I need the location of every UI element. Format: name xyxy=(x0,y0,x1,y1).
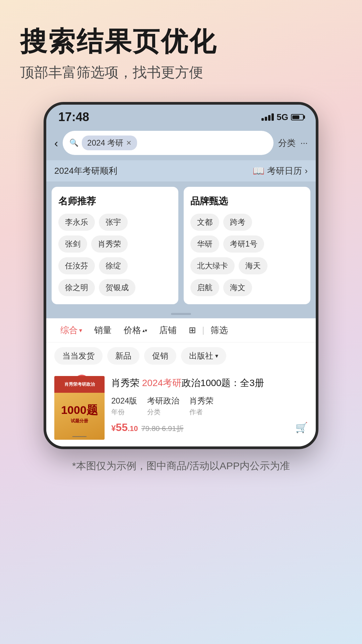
filter-tag-wendu[interactable]: 文都 xyxy=(190,214,219,231)
filter-tag-beida[interactable]: 北大绿卡 xyxy=(190,257,235,274)
filter-tag-xuzhan[interactable]: 徐绽 xyxy=(99,257,128,274)
meta-year: 2024版 年份 xyxy=(111,395,137,417)
sub-title: 顶部丰富筛选项，找书更方便 xyxy=(20,63,342,82)
search-icon: 🔍 xyxy=(69,139,78,147)
header-area: 搜索结果页优化 顶部丰富筛选项，找书更方便 xyxy=(0,0,362,95)
filter-tag-zhangjian[interactable]: 张剑 xyxy=(58,235,87,253)
quick-tag-new-text: 新品 xyxy=(115,351,131,361)
brand-tags: 文都 跨考 华研 考研1号 北大绿卡 海天 启航 海文 xyxy=(190,214,304,296)
quick-tag-publisher-arrow-icon: ▾ xyxy=(215,352,218,360)
book-top-text: 肖秀荣考研政治 xyxy=(64,381,95,387)
sort-item-price[interactable]: 价格 ▴▾ xyxy=(118,324,153,336)
product-title-rest: 政治1000题：全3册 xyxy=(182,378,264,388)
sort-item-shop[interactable]: 店铺 xyxy=(153,324,183,336)
meta-category: 考研政治 分类 xyxy=(147,395,179,417)
status-time: 17:48 xyxy=(58,110,89,124)
phone-container: 17:48 5G ‹ 🔍 xyxy=(0,102,362,449)
price-cart-row: ¥55.10 79.80 6.91折 🛒 xyxy=(111,421,308,434)
more-button[interactable]: ··· xyxy=(300,138,308,148)
book-subtitle-text: 试题分册 xyxy=(71,418,88,424)
filter-cards-area: 名师推荐 李永乐 张宇 张剑 肖秀荣 任汝芬 徐绽 徐之明 xyxy=(46,181,316,310)
quick-tag-new[interactable]: 新品 xyxy=(107,347,139,365)
filter-tag-liyongle[interactable]: 李永乐 xyxy=(58,214,95,231)
classify-button[interactable]: 分类 xyxy=(278,137,296,149)
filter-row: 启航 海文 xyxy=(190,279,304,296)
meta-author-label: 作者 xyxy=(189,408,214,417)
filter-tag-renrufen[interactable]: 任汝芬 xyxy=(58,257,95,274)
grid-icon: ⊞ xyxy=(189,325,196,335)
quick-tag-publisher[interactable]: 出版社 ▾ xyxy=(181,347,226,365)
quick-tag-dandang-text: 当当发货 xyxy=(62,351,95,361)
filter-row: 张剑 肖秀荣 xyxy=(58,235,172,253)
sort-divider: | xyxy=(202,325,204,335)
sort-item-grid[interactable]: ⊞ xyxy=(183,325,202,335)
footer-note-text: *本图仅为示例，图中商品/活动以APP内公示为准 xyxy=(72,460,290,471)
meta-author-value: 肖秀荣 xyxy=(189,395,214,406)
famous-teacher-card: 名师推荐 李永乐 张宇 张剑 肖秀荣 任汝芬 徐绽 徐之明 xyxy=(52,187,178,304)
sort-arrow-icon: ▾ xyxy=(79,327,82,334)
famous-teacher-title: 名师推荐 xyxy=(58,195,172,208)
filter-tag-haitian[interactable]: 海天 xyxy=(239,257,267,274)
sort-label-sales: 销量 xyxy=(94,324,112,336)
filter-row: 华研 考研1号 xyxy=(190,235,304,253)
sort-item-comprehensive[interactable]: 综合 ▾ xyxy=(54,324,88,336)
filter-tag-huayan[interactable]: 华研 xyxy=(190,235,219,253)
price-integer: 55 xyxy=(116,421,128,433)
product-item[interactable]: 当当 肖秀荣考研政治 1000题 试题分册 ━━━━━━━ 肖秀荣 2024考研… xyxy=(46,369,316,446)
banner-right[interactable]: 📖 考研日历 › xyxy=(253,165,308,177)
footer-note: *本图仅为示例，图中商品/活动以APP内公示为准 xyxy=(0,449,362,483)
price-row: ¥55.10 79.80 6.91折 xyxy=(111,421,184,434)
book-bottom-text: ━━━━━━━ xyxy=(54,433,105,440)
search-area: ‹ 🔍 2024 考研 ✕ 分类 ··· xyxy=(46,127,316,160)
filter-row: 徐之明 贺银成 xyxy=(58,279,172,296)
brand-card: 品牌甄选 文都 跨考 华研 考研1号 北大绿卡 海天 启航 xyxy=(184,187,310,304)
filter-tag-xuzhiming[interactable]: 徐之明 xyxy=(58,279,95,296)
filter-tag-qihang[interactable]: 启航 xyxy=(190,279,219,296)
filter-row: 李永乐 张宇 xyxy=(58,214,172,231)
filter-btn[interactable]: 筛选 xyxy=(204,324,234,336)
sort-label-shop: 店铺 xyxy=(159,324,177,336)
add-to-cart-button[interactable]: 🛒 xyxy=(295,422,308,433)
sort-label-price: 价格 xyxy=(124,324,141,336)
book-number-text: 1000题 xyxy=(61,402,98,418)
quick-tag-dandang[interactable]: 当当发货 xyxy=(54,347,103,365)
phone-mockup: 17:48 5G ‹ 🔍 xyxy=(44,102,318,449)
filter-tag-kuakao[interactable]: 跨考 xyxy=(223,214,252,231)
filter-row: 任汝芬 徐绽 xyxy=(58,257,172,274)
product-image-container: 当当 肖秀荣考研政治 1000题 试题分册 ━━━━━━━ xyxy=(54,376,105,440)
sort-price-arrow-icon: ▴▾ xyxy=(142,328,147,333)
filter-tag-heyincheng[interactable]: 贺银成 xyxy=(99,279,135,296)
search-tag-close-icon[interactable]: ✕ xyxy=(126,139,132,147)
battery-icon xyxy=(291,114,304,120)
price-decimal: .10 xyxy=(128,424,138,433)
price-main: ¥55.10 xyxy=(111,421,138,434)
filter-row: 文都 跨考 xyxy=(190,214,304,231)
quick-filters-bar: 当当发货 新品 促销 出版社 ▾ xyxy=(46,342,316,369)
product-info: 肖秀荣 2024考研政治1000题：全3册 2024版 年份 考研政治 分类 肖… xyxy=(111,376,308,434)
filter-tag-zhangyu[interactable]: 张宇 xyxy=(99,214,128,231)
search-tag-text: 2024 考研 xyxy=(87,138,123,148)
book-icon: 📖 xyxy=(253,165,264,176)
scroll-indicator xyxy=(46,310,316,318)
brand-title: 品牌甄选 xyxy=(190,195,304,208)
status-icons: 5G xyxy=(261,112,304,122)
meta-year-value: 2024版 xyxy=(111,395,137,406)
filter-tag-haiwen[interactable]: 海文 xyxy=(223,279,252,296)
famous-teacher-tags: 李永乐 张宇 张剑 肖秀荣 任汝芬 徐绽 徐之明 贺银成 xyxy=(58,214,172,296)
filter-tag-kaoyanhao[interactable]: 考研1号 xyxy=(223,235,264,253)
quick-tag-promo-text: 促销 xyxy=(152,351,168,361)
filter-tag-xiaoxurong[interactable]: 肖秀荣 xyxy=(91,235,128,253)
product-meta: 2024版 年份 考研政治 分类 肖秀荣 作者 xyxy=(111,395,308,417)
banner-left-text: 2024年考研顺利 xyxy=(54,165,117,177)
sort-item-sales[interactable]: 销量 xyxy=(88,324,118,336)
quick-tag-promo[interactable]: 促销 xyxy=(144,347,176,365)
back-button[interactable]: ‹ xyxy=(54,137,58,150)
status-bar: 17:48 5G xyxy=(46,105,316,127)
meta-author: 肖秀荣 作者 xyxy=(189,395,214,417)
search-box[interactable]: 🔍 2024 考研 ✕ xyxy=(63,131,274,155)
chevron-right-icon: › xyxy=(305,166,308,176)
signal-bars-icon xyxy=(261,113,274,121)
search-tag[interactable]: 2024 考研 ✕ xyxy=(82,136,137,150)
meta-category-value: 考研政治 xyxy=(147,395,179,406)
network-label: 5G xyxy=(277,112,288,122)
